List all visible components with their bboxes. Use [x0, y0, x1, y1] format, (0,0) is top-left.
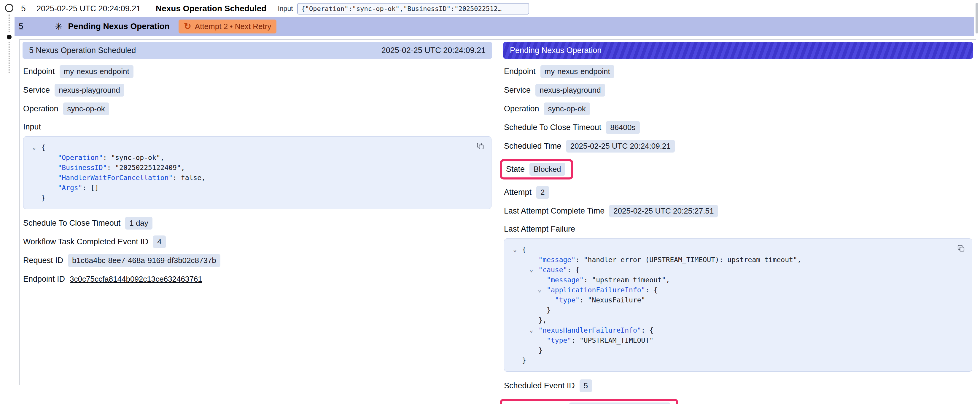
event-node-dot-icon — [7, 35, 11, 40]
field-row-operation: Operationsync-op-ok — [504, 103, 590, 115]
panel-title: 5 Nexus Operation Scheduled — [29, 46, 136, 55]
temporal-event-history-screen: 5 2025-02-25 UTC 20:24:09.21 Nexus Opera… — [0, 0, 980, 404]
field-row-endpoint: Endpointmy-nexus-endpoint — [504, 65, 614, 78]
json-line: "type": "UPSTREAM_TIMEOUT" — [508, 335, 947, 345]
json-line: ⌄ "cause": { — [508, 265, 947, 275]
field-label: Scheduled Event ID — [504, 381, 575, 390]
field-label: Service — [504, 86, 531, 95]
timeline-connector-dotted-line — [9, 14, 10, 32]
copy-icon[interactable] — [956, 244, 966, 253]
copy-icon[interactable] — [475, 141, 485, 151]
field-row-schedule-to-close-timeout: Schedule To Close Timeout1 day — [23, 217, 153, 230]
field-label: Endpoint — [504, 67, 536, 76]
json-viewer: ⌄{ "message": "handler error (UPSTREAM_T… — [504, 238, 972, 372]
event-title: Pending Nexus Operation — [68, 22, 169, 31]
panel-timestamp: 2025-02-25 UTC 20:24:09.21 — [382, 46, 485, 55]
field-value-chip: 1 day — [125, 217, 153, 230]
field-value-chip: my-nexus-endpoint — [60, 65, 134, 78]
retry-badge: ↻ Attempt 2 • Next Retry — [178, 19, 277, 33]
json-line: } — [508, 305, 947, 315]
field-row-schedule-to-close-timeout: Schedule To Close Timeout86400s — [504, 121, 640, 134]
field-label-last-attempt-failure: Last Attempt Failure — [504, 225, 575, 234]
field-value-chip: nexus-playground — [535, 84, 605, 97]
field-value-chip: sync-op-ok — [544, 103, 590, 115]
event-title: Nexus Operation Scheduled — [156, 4, 266, 13]
field-row-attempt: Attempt2 — [504, 186, 549, 199]
field-row-operation: Operationsync-op-ok — [23, 103, 109, 115]
json-line: "Args": [] — [27, 183, 466, 193]
field-row-scheduled-time: Scheduled Time2025-02-25 UTC 20:24:09.21 — [504, 140, 675, 152]
field-label: Request ID — [23, 256, 63, 265]
field-value-chip: The circuit breaker is open. — [569, 402, 671, 404]
json-line: ⌄ "applicationFailureInfo": { — [508, 285, 947, 295]
json-line: "message": "handler error (UPSTREAM_TIME… — [508, 255, 947, 265]
field-value-chip: my-nexus-endpoint — [541, 65, 614, 78]
json-line: "message": "upstream timeout", — [508, 275, 947, 285]
retry-arrow-icon: ↻ — [184, 22, 191, 31]
event-id[interactable]: 5 — [21, 4, 37, 13]
json-viewer: ⌄{ "Operation": "sync-op-ok", "BusinessI… — [23, 136, 492, 209]
field-row-endpoint: Endpointmy-nexus-endpoint — [23, 65, 134, 78]
scheduled-panel-header: 5 Nexus Operation Scheduled 2025-02-25 U… — [22, 42, 492, 59]
field-value-chip: 4 — [153, 236, 165, 248]
json-line: } — [508, 345, 947, 355]
event-node-circle-icon — [5, 4, 13, 12]
json-line: ⌄{ — [27, 143, 466, 152]
json-line: "HandlerWaitForCancellation": false, — [27, 173, 466, 183]
field-label: State — [506, 165, 525, 174]
field-label: Schedule To Close Timeout — [504, 123, 601, 132]
scheduled-panel-fields: Endpointmy-nexus-endpointServicenexus-pl… — [22, 59, 492, 291]
json-line: } — [508, 355, 947, 366]
json-line: ⌄{ — [508, 245, 947, 255]
json-line: ⌄ "nexusHandlerFailureInfo": { — [508, 325, 947, 335]
field-label: Service — [23, 86, 50, 95]
input-json-preview[interactable]: {"Operation":"sync-op-ok","BusinessID":"… — [297, 3, 529, 14]
field-value-chip: 2025-02-25 UTC 20:24:09.21 — [566, 140, 675, 152]
field-label: Schedule To Close Timeout — [23, 219, 121, 228]
field-label: Last Attempt Complete Time — [504, 206, 605, 215]
timeline-connector-dotted-line — [9, 42, 10, 73]
field-row-scheduled-event-id: Scheduled Event ID5 — [504, 379, 592, 392]
endpoint-id-link[interactable]: 3c0c75ccfa8144b092c13ce632463761 — [70, 274, 202, 284]
pending-panel-fields: Endpointmy-nexus-endpointServicenexus-pl… — [503, 59, 973, 404]
json-line: }, — [508, 315, 947, 325]
fold-chevron-icon[interactable]: ⌄ — [538, 285, 541, 295]
fold-chevron-icon[interactable]: ⌄ — [530, 265, 533, 274]
field-value-chip: sync-op-ok — [63, 103, 109, 115]
event-detail-panels: 5 Nexus Operation Scheduled 2025-02-25 U… — [19, 40, 976, 385]
field-value-chip: Blocked — [530, 163, 565, 176]
pending-panel-header: Pending Nexus Operation — [503, 42, 973, 59]
field-value-chip: 5 — [579, 379, 592, 392]
field-row-request-id: Request IDb1c6a4bc-8ee7-468a-9169-df3b02… — [23, 254, 220, 267]
retry-badge-label: Attempt 2 • Next Retry — [195, 22, 271, 31]
json-line: } — [27, 193, 466, 203]
event-id-link[interactable]: 5 — [19, 22, 24, 31]
field-value-chip: 2 — [536, 186, 549, 199]
field-row-blocked-reason: Blocked ReasonThe circuit breaker is ope… — [500, 399, 678, 404]
panel-title: Pending Nexus Operation — [510, 46, 601, 55]
fold-chevron-icon[interactable]: ⌄ — [513, 244, 517, 254]
json-line: "BusinessID": "20250225122409", — [27, 163, 466, 173]
pending-asterisk-icon: ✳ — [55, 22, 63, 31]
field-row-service: Servicenexus-playground — [23, 84, 124, 97]
pending-operation-panel: Pending Nexus Operation Endpointmy-nexus… — [503, 42, 973, 404]
json-line: "Operation": "sync-op-ok", — [27, 152, 466, 163]
field-value-chip: 2025-02-25 UTC 20:25:27.51 — [609, 205, 718, 217]
field-row-state: StateBlocked — [500, 159, 573, 179]
fold-chevron-icon[interactable]: ⌄ — [32, 142, 36, 152]
field-label: Operation — [504, 104, 539, 113]
field-label: Endpoint ID — [23, 274, 65, 284]
event-list: 5 2025-02-25 UTC 20:24:09.21 Nexus Opera… — [14, 0, 974, 36]
field-row-last-attempt-complete-time: Last Attempt Complete Time2025-02-25 UTC… — [504, 205, 718, 217]
field-row-service: Servicenexus-playground — [504, 84, 605, 97]
input-label: Input — [278, 5, 293, 13]
scrollbar-thumb[interactable] — [975, 3, 978, 33]
event-row-scheduled[interactable]: 5 2025-02-25 UTC 20:24:09.21 Nexus Opera… — [14, 0, 974, 17]
field-value-chip: 86400s — [606, 121, 640, 134]
field-label: Workflow Task Completed Event ID — [23, 237, 148, 246]
fold-chevron-icon[interactable]: ⌄ — [530, 325, 533, 335]
field-label: Operation — [23, 104, 59, 113]
event-row-pending[interactable]: 5 ✳ Pending Nexus Operation ↻ Attempt 2 … — [14, 17, 974, 36]
field-label: Scheduled Time — [504, 142, 562, 151]
field-label: Endpoint — [23, 67, 55, 76]
